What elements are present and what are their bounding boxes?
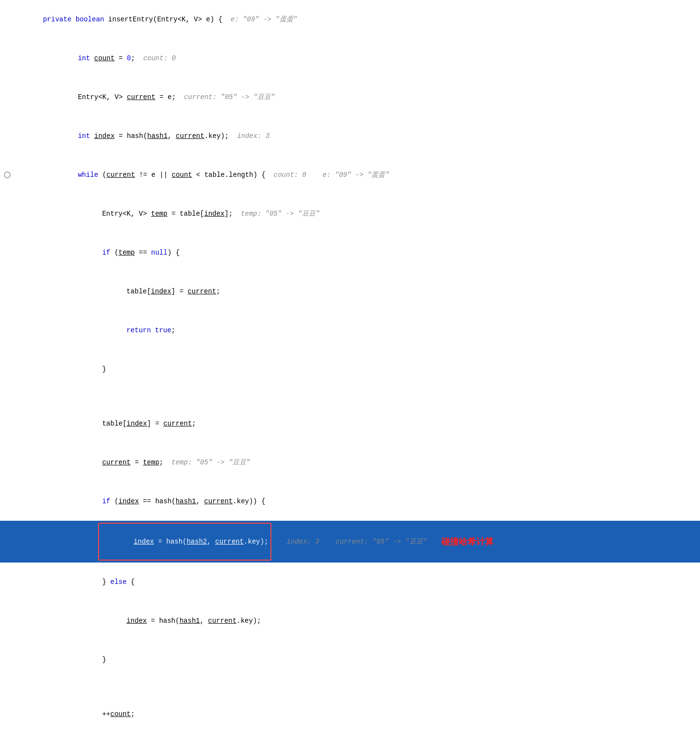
line-content-5: while (current != e || count < table.len… <box>15 155 700 194</box>
paren10: )) { <box>249 497 266 505</box>
inline-comment-1: e: "09" -> "蛋蛋" <box>231 16 297 23</box>
plusplus: ++ <box>102 710 110 718</box>
ref-temp2: temp <box>143 459 159 466</box>
line-content-9: return true; <box>15 311 700 350</box>
op5: = <box>167 210 180 218</box>
line-content-19 <box>15 679 700 695</box>
keyword-boolean: boolean <box>76 16 108 23</box>
code-line-3: Entry<K, V> current = e; current: "05" -… <box>0 78 700 117</box>
code-line-18: } <box>0 640 700 679</box>
close-brace2: } <box>102 578 110 586</box>
paren9: ( <box>171 497 175 505</box>
table3: table <box>126 288 147 295</box>
current-key: current <box>176 132 204 140</box>
annotation-chinese: 碰撞哈希计算 <box>441 536 494 547</box>
code-line-15: index = hash(hash2, current.key); index:… <box>0 521 700 563</box>
method-hash3: hash <box>166 538 183 546</box>
paren7: ) { <box>167 249 180 256</box>
table4: table <box>102 420 122 427</box>
gutter-6 <box>0 206 15 222</box>
bracket5: [ <box>122 420 126 427</box>
gutter-3 <box>0 89 15 105</box>
semi7: ; <box>131 710 134 718</box>
paren3: ); <box>221 132 229 140</box>
code-line-6: Entry<K, V> temp = table[index]; temp: "… <box>0 194 700 233</box>
code-line-12: table[index] = current; <box>0 404 700 443</box>
hash1-ref3: hash1 <box>180 617 200 625</box>
gutter-5 <box>0 167 15 183</box>
line-content-18: } <box>15 640 700 679</box>
current-key4: current <box>208 617 237 625</box>
semi2: ; <box>172 93 176 101</box>
line-content-1: private boolean insertEntry(Entry<K, V> … <box>15 0 700 39</box>
var-current: current <box>127 93 155 101</box>
paren6: ( <box>115 249 118 256</box>
kw-return: return <box>126 326 155 334</box>
val-e: e <box>167 93 171 101</box>
close-brace: } <box>102 365 106 373</box>
semicolon: ; <box>131 54 135 62</box>
kw-int: int <box>78 54 94 62</box>
op3: = <box>115 132 127 140</box>
code-line-9: return true; <box>0 311 700 350</box>
hash1-ref: hash1 <box>147 132 167 140</box>
gutter-15 <box>0 534 15 549</box>
code-line-10: } <box>0 350 700 389</box>
gutter-11 <box>0 389 15 404</box>
line-content-7: if (temp == null) { <box>15 233 700 272</box>
bracket3: [ <box>147 288 150 295</box>
key3: key <box>248 538 260 546</box>
hash2-ref: hash2 <box>186 538 207 546</box>
gutter-10 <box>0 361 15 377</box>
code-line-19 <box>0 679 700 695</box>
paren5: ) { <box>253 171 266 179</box>
method-hash2: hash <box>155 497 172 505</box>
ref-index5: index <box>133 538 154 546</box>
line-content-2: int count = 0; count: 0 <box>15 39 700 78</box>
dot5: . <box>236 617 240 625</box>
ref-current2: current <box>187 288 216 295</box>
code-line-13: current = temp; temp: "05" -> "豆豆" <box>0 443 700 482</box>
or: || <box>155 171 172 179</box>
kw-if2: if <box>102 497 114 505</box>
line-content-14: if (index == hash(hash1, current.key)) { <box>15 482 700 521</box>
code-line-8: table[index] = current; <box>0 272 700 311</box>
paren: ( <box>153 16 157 23</box>
line-content-8: table[index] = current; <box>15 272 700 311</box>
code-line-11 <box>0 389 700 404</box>
type-entry2: Entry <box>78 93 98 101</box>
op2: = <box>155 93 167 101</box>
op6: = <box>131 459 143 466</box>
ref-temp: temp <box>118 249 135 256</box>
op4: != <box>135 171 151 179</box>
kw-while: while <box>78 171 102 179</box>
ref-current4: current <box>102 459 131 466</box>
comma3: , <box>207 538 215 546</box>
bracket6: ] = <box>147 420 164 427</box>
comment-temp: temp: "05" -> "豆豆" <box>233 210 319 218</box>
gutter-20 <box>0 706 15 722</box>
brace: ) { <box>210 16 231 23</box>
hash1-ref2: hash1 <box>176 497 196 505</box>
gutter-7 <box>0 245 15 260</box>
gutter-12 <box>0 416 15 431</box>
dot3: . <box>233 497 236 505</box>
line-content-21 <box>15 734 700 749</box>
key4: key <box>241 617 253 625</box>
semi3: ; <box>216 288 220 295</box>
ref-count2: count <box>110 710 131 718</box>
comment-count: count: 0 <box>135 54 176 62</box>
gutter-2 <box>0 51 15 66</box>
gutter-18 <box>0 652 15 667</box>
ref-current3: current <box>163 420 192 427</box>
ref-count: count <box>172 171 192 179</box>
code-line-4: int index = hash(hash1, current.key); in… <box>0 117 700 155</box>
close-brace3: } <box>102 656 106 664</box>
kw-null: null <box>151 249 167 256</box>
line-content-15: index = hash(hash2, current.key); index:… <box>15 521 700 563</box>
gen2: <K, V> <box>98 93 127 101</box>
line-content-20: ++count; <box>15 695 700 734</box>
ref-index4: index <box>118 497 139 505</box>
current-key3: current <box>215 538 244 546</box>
method-hash: hash <box>127 132 143 140</box>
